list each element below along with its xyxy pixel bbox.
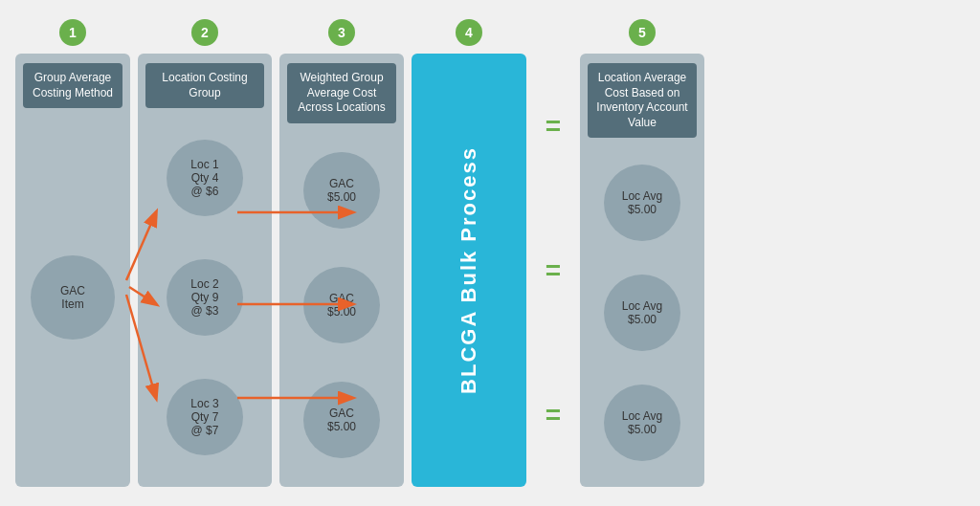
equals-3: = (546, 400, 561, 430)
column-4: 4 BLCGA Bulk Process (412, 19, 526, 487)
loc3-circle: Loc 3 Qty 7 @ $7 (167, 379, 243, 455)
equals-2: = (546, 255, 561, 286)
col5-items: Loc Avg $5.00 Loc Avg $5.00 Loc Avg $5.0… (588, 147, 697, 477)
column-2: 2 Location Costing Group Loc 1 Qty 4 @ $… (138, 19, 272, 487)
step-number-4: 4 (456, 19, 482, 46)
locavg3-circle: Loc Avg $5.00 (604, 385, 680, 461)
col3-header: Weighted Group Average Cost Across Locat… (287, 63, 396, 123)
equals-column: = = = (534, 19, 572, 487)
col5-header: Location Average Cost Based on Inventory… (588, 63, 697, 138)
loc2-circle: Loc 2 Qty 9 @ $3 (167, 259, 243, 336)
column-3: 3 Weighted Group Average Cost Across Loc… (279, 19, 404, 487)
diagram: 1 Group Average Costing Method GAC Item … (0, 0, 980, 506)
col1-header: Group Average Costing Method (23, 63, 122, 108)
locavg1-circle: Loc Avg $5.00 (604, 165, 680, 241)
step-number-2: 2 (191, 19, 218, 46)
equals-1: = (546, 111, 561, 142)
locavg2-circle: Loc Avg $5.00 (604, 275, 680, 351)
step-number-1: 1 (59, 19, 86, 46)
gac1-circle: GAC $5.00 (303, 152, 380, 229)
col2-items: Loc 1 Qty 4 @ $6 Loc 2 Qty 9 @ $3 Loc 3 … (145, 118, 264, 477)
column-5: 5 Location Average Cost Based on Invento… (580, 19, 704, 487)
blcga-text: BLCGA Bulk Process (457, 146, 481, 394)
step-number-5: 5 (629, 19, 656, 46)
col2-header: Location Costing Group (145, 63, 264, 108)
col3-items: GAC $5.00 GAC $5.00 GAC $5.00 (287, 133, 396, 477)
gac-item-circle: GAC Item (31, 255, 115, 340)
loc1-circle: Loc 1 Qty 4 @ $6 (167, 140, 243, 216)
column-1: 1 Group Average Costing Method GAC Item (15, 19, 130, 487)
step-number-3: 3 (328, 19, 355, 46)
gac2-circle: GAC $5.00 (303, 267, 380, 343)
gac3-circle: GAC $5.00 (303, 382, 380, 458)
